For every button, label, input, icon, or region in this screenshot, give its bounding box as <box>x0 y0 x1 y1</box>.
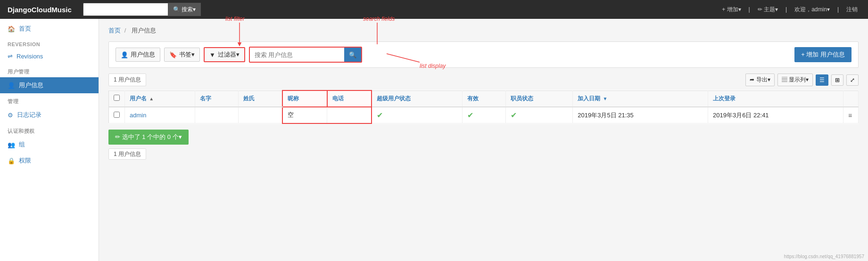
navbar-search-form: 🔍 搜索▾ <box>83 3 201 16</box>
cell-last-login: 2019年3月6日 22:41 <box>708 107 843 123</box>
user-tab-icon: 👤 <box>121 51 128 58</box>
username-link[interactable]: admin <box>130 112 146 119</box>
col-checkbox <box>109 90 125 107</box>
col-firstname: 名字 <box>195 90 239 107</box>
sidebar-item-revisions[interactable]: ⇌ Revisions <box>0 49 99 64</box>
revisions-icon: ⇌ <box>8 53 13 60</box>
main-content: 首页 / 用户信息 list filter search fields list… <box>99 19 868 261</box>
breadcrumb-home[interactable]: 首页 <box>108 27 121 34</box>
navbar-logout[interactable]: 注销 <box>843 6 860 14</box>
count-badge: 1 用户信息 <box>108 73 146 86</box>
cell-phone <box>327 107 372 123</box>
navbar-welcome[interactable]: 欢迎，admin▾ <box>792 6 833 14</box>
bookmark-icon: 🔖 <box>169 51 177 58</box>
cell-lastname <box>239 107 283 123</box>
cell-checkbox <box>109 107 125 123</box>
sidebar: 🏠 首页 REVERSION ⇌ Revisions 用户管理 👤 用户信息 管… <box>0 19 99 261</box>
col-active: 有效 <box>462 90 506 107</box>
col-lastname: 姓氏 <box>239 90 283 107</box>
col-joined[interactable]: 加入日期 ▼ <box>573 90 708 107</box>
sidebar-permissions-label: 权限 <box>19 156 31 165</box>
col-last-login: 上次登录 <box>708 90 843 107</box>
navbar-theme-button[interactable]: ✏ 主题▾ <box>755 6 781 14</box>
log-icon: ⚙ <box>8 112 13 119</box>
navbar-divider3: | <box>835 6 842 13</box>
count-row: 1 用户信息 ➦ 导出▾ ▤ 显示列▾ ☰ ⊞ ⤢ <box>108 73 859 86</box>
cell-active: ✔ <box>462 107 506 123</box>
col-phone: 电话 <box>327 90 372 107</box>
sort-icon-joined: ▼ <box>603 96 608 101</box>
sidebar-section-management: 管理 <box>0 93 99 107</box>
sidebar-item-permissions[interactable]: 🔒 权限 <box>0 153 99 169</box>
row-checkbox[interactable] <box>114 112 120 118</box>
sidebar-log-label: 日志记录 <box>17 111 41 119</box>
sidebar-user-info-label: 用户信息 <box>19 81 43 90</box>
table-header-row: 用户名 ▲ 名字 姓氏 昵称 电话 超级用户状态 有效 职员状态 加入日期 ▼ <box>109 90 859 107</box>
col-username-label: 用户名 <box>130 95 147 102</box>
cell-firstname <box>195 107 239 123</box>
bookmark-label: 书签▾ <box>179 50 195 59</box>
main-wrapper: list filter search fields list display 👤 <box>108 41 859 158</box>
user-info-tab-label: 用户信息 <box>131 50 155 59</box>
sidebar-item-user-info[interactable]: 👤 用户信息 <box>0 77 99 93</box>
bookmark-button[interactable]: 🔖 书签▾ <box>164 48 200 62</box>
permissions-icon: 🔒 <box>8 157 15 164</box>
search-button[interactable]: 🔍 <box>344 48 361 62</box>
add-user-button[interactable]: + 增加 用户信息 <box>794 47 851 62</box>
col-staff: 职员状态 <box>506 90 573 107</box>
user-info-tab-button[interactable]: 👤 用户信息 <box>116 48 160 62</box>
sidebar-home-label: 首页 <box>19 24 31 33</box>
breadcrumb-separator: / <box>124 27 126 34</box>
list-view-button[interactable]: ☰ <box>816 74 828 86</box>
sidebar-revisions-label: Revisions <box>17 53 43 60</box>
navbar-divider2: | <box>783 6 790 13</box>
search-box: 🔍 <box>249 47 362 63</box>
filter-icon: ▼ <box>209 51 215 58</box>
navbar-search-button[interactable]: 🔍 搜索▾ <box>168 3 201 16</box>
select-action-button[interactable]: ✏ 选中了 1 个中的 0 个▾ <box>108 130 189 145</box>
row-menu-icon[interactable]: ≡ <box>848 112 852 119</box>
sidebar-item-log[interactable]: ⚙ 日志记录 <box>0 107 99 123</box>
sidebar-item-home[interactable]: 🏠 首页 <box>0 21 99 37</box>
breadcrumb-current: 用户信息 <box>132 27 156 34</box>
bottom-count-badge: 1 用户信息 <box>108 148 146 160</box>
count-actions: ➦ 导出▾ ▤ 显示列▾ ☰ ⊞ ⤢ <box>745 73 859 86</box>
bottom-count: 1 用户信息 <box>108 150 859 158</box>
cell-actions: ≡ <box>843 107 859 123</box>
expand-view-button[interactable]: ⤢ <box>846 74 859 86</box>
navbar: DjangoCloudMusic 🔍 搜索▾ + 增加▾ | ✏ 主题▾ | 欢… <box>0 0 868 19</box>
display-columns-button[interactable]: ▤ 显示列▾ <box>777 73 813 86</box>
filter-button[interactable]: ▼ 过滤器▾ <box>204 47 245 62</box>
cell-username: admin <box>125 107 195 123</box>
col-joined-label: 加入日期 <box>578 95 600 102</box>
sidebar-groups-label: 组 <box>19 140 25 149</box>
cell-nickname: 空 <box>282 107 327 123</box>
sidebar-section-reversion: REVERSION <box>0 37 99 49</box>
sidebar-section-user-management: 用户管理 <box>0 64 99 77</box>
col-actions <box>843 90 859 107</box>
sort-icon-username: ▲ <box>149 96 154 101</box>
user-icon: 👤 <box>8 82 15 89</box>
navbar-search-input[interactable] <box>83 3 168 16</box>
navbar-divider1: | <box>746 6 753 13</box>
home-icon: 🏠 <box>8 25 15 33</box>
navbar-add-button[interactable]: + 增加▾ <box>719 6 744 14</box>
export-button[interactable]: ➦ 导出▾ <box>745 73 774 86</box>
search-input[interactable] <box>250 48 344 62</box>
sidebar-item-groups[interactable]: 👥 组 <box>0 137 99 153</box>
sidebar-section-auth: 认证和授权 <box>0 123 99 137</box>
grid-view-button[interactable]: ⊞ <box>831 74 843 86</box>
col-superuser: 超级用户状态 <box>372 90 462 107</box>
filter-label: 过滤器▾ <box>218 50 240 59</box>
bottom-actions: ✏ 选中了 1 个中的 0 个▾ <box>108 130 859 145</box>
groups-icon: 👥 <box>8 141 15 148</box>
cell-joined: 2019年3月5日 21:35 <box>573 107 708 123</box>
data-table: 用户名 ▲ 名字 姓氏 昵称 电话 超级用户状态 有效 职员状态 加入日期 ▼ <box>108 90 859 124</box>
footer-url: https://blog.csdn.net/qq_41976881957 <box>784 254 864 259</box>
cell-staff: ✔ <box>506 107 573 123</box>
table-row: admin 空 ✔ ✔ ✔ 2019年3月5日 21:35 2019年3月6日 … <box>109 107 859 123</box>
col-username[interactable]: 用户名 ▲ <box>125 90 195 107</box>
staff-status-icon: ✔ <box>511 111 517 119</box>
navbar-right: + 增加▾ | ✏ 主题▾ | 欢迎，admin▾ | 注销 <box>719 6 860 14</box>
select-all-checkbox[interactable] <box>114 95 120 101</box>
